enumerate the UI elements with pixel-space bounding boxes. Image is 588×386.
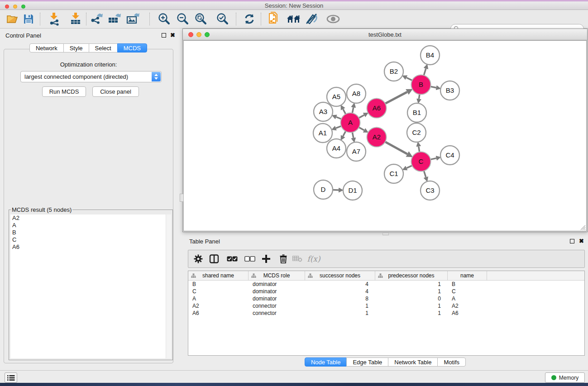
criterion-dropdown[interactable]: largest connected component (directed) xyxy=(20,71,162,82)
split-view-icon[interactable] xyxy=(210,254,219,263)
zoom-selected-icon[interactable] xyxy=(215,11,230,27)
table-cell[interactable]: A6 xyxy=(448,310,487,316)
graph-edge-C-C2[interactable] xyxy=(419,147,420,152)
graph-node-A5[interactable]: A5 xyxy=(327,87,346,106)
table-cell[interactable]: 1 xyxy=(305,310,375,316)
table-cell[interactable]: 8 xyxy=(305,295,375,302)
mcds-result-item[interactable]: C xyxy=(10,236,171,243)
refresh-icon[interactable] xyxy=(242,11,257,27)
unselect-all-columns-icon[interactable] xyxy=(244,256,255,262)
graph-node-A[interactable]: A xyxy=(341,113,360,133)
table-cell[interactable]: connector xyxy=(249,310,305,316)
graph-node-D[interactable]: D xyxy=(314,180,333,199)
table-cell[interactable]: 4 xyxy=(305,281,375,287)
hide-labels-icon[interactable] xyxy=(304,11,319,27)
table-cell[interactable]: dominator xyxy=(249,288,305,295)
tab-select[interactable]: Select xyxy=(89,43,118,52)
select-all-columns-icon[interactable] xyxy=(227,256,238,262)
table-cell[interactable]: dominator xyxy=(249,295,305,302)
zoom-in-icon[interactable] xyxy=(156,11,172,27)
table-cell[interactable]: A xyxy=(448,295,487,302)
table-cell[interactable]: connector xyxy=(249,303,305,309)
graph-node-A4[interactable]: A4 xyxy=(327,139,346,158)
network-canvas[interactable]: AA1A2A3A4A5A6A7A8BB1B2B3B4CC1C2C3C4DD1 xyxy=(183,40,587,231)
houses-icon[interactable] xyxy=(286,11,301,27)
graph-node-B3[interactable]: B3 xyxy=(440,81,459,100)
table-row[interactable]: Cdominator41C xyxy=(188,288,584,295)
table-cell[interactable]: A6 xyxy=(188,310,249,316)
table-settings-gear-icon[interactable] xyxy=(194,254,203,263)
graph-edge-A2-C[interactable] xyxy=(385,142,407,154)
tab-network-table[interactable]: Network Table xyxy=(388,357,438,367)
open-file-icon[interactable] xyxy=(5,11,20,27)
close-table-panel-icon[interactable]: ✖ xyxy=(579,238,584,243)
table-row[interactable]: A6connector11A6 xyxy=(188,310,584,317)
table-cell[interactable]: A2 xyxy=(188,303,249,309)
table-row[interactable]: A2connector11A2 xyxy=(188,302,584,310)
run-mcds-button[interactable]: Run MCDS xyxy=(42,86,86,97)
graph-edge-C-C3[interactable] xyxy=(424,171,425,177)
export-image-icon[interactable] xyxy=(125,11,140,27)
table-cell[interactable]: B xyxy=(448,281,487,287)
close-window-button[interactable] xyxy=(5,5,9,9)
graph-edge-A-A3[interactable] xyxy=(336,117,341,119)
close-panel-icon[interactable]: ✖ xyxy=(170,33,175,38)
graph-node-C1[interactable]: C1 xyxy=(384,164,403,183)
import-network-icon[interactable] xyxy=(47,11,62,27)
graph-edge-A6-B[interactable] xyxy=(385,92,407,104)
zoom-window-button[interactable] xyxy=(21,5,25,9)
float-panel-icon[interactable] xyxy=(162,33,166,38)
tab-motifs[interactable]: Motifs xyxy=(437,357,466,367)
tab-network[interactable]: Network xyxy=(29,43,64,52)
graph-edge-B-B4[interactable] xyxy=(424,69,426,76)
table-row[interactable]: Bdominator41B xyxy=(188,281,584,288)
function-builder-icon[interactable]: f(x) xyxy=(307,254,320,263)
graph-node-C[interactable]: C xyxy=(411,152,431,172)
graph-node-B1[interactable]: B1 xyxy=(407,103,426,122)
graph-edge-B-B1[interactable] xyxy=(419,94,420,99)
graph-edge-A-A5[interactable] xyxy=(343,109,346,114)
tab-edge-table[interactable]: Edge Table xyxy=(346,357,388,367)
mcds-result-item[interactable]: B xyxy=(10,229,171,236)
float-table-panel-icon[interactable] xyxy=(570,239,574,244)
table-cell[interactable]: dominator xyxy=(249,281,305,287)
graph-node-C4[interactable]: C4 xyxy=(440,146,459,165)
graph-edge-A-A7[interactable] xyxy=(352,132,354,138)
save-session-icon[interactable] xyxy=(21,11,36,27)
mcds-result-item[interactable]: A xyxy=(10,222,171,229)
graph-node-B[interactable]: B xyxy=(411,75,431,95)
graph-node-A1[interactable]: A1 xyxy=(313,124,332,143)
graph-node-A3[interactable]: A3 xyxy=(314,102,333,121)
table-cell[interactable]: A2 xyxy=(448,303,487,309)
graph-edge-A-A8[interactable] xyxy=(352,107,354,113)
column-header-predecessor-nodes[interactable]: predecessor nodes xyxy=(375,271,448,280)
zoom-fit-icon[interactable] xyxy=(193,11,208,27)
column-header-name[interactable]: name xyxy=(448,271,487,280)
graph-node-A8[interactable]: A8 xyxy=(347,84,366,103)
graph-edge-A-A1[interactable] xyxy=(336,126,341,129)
column-header-MCDS-role[interactable]: MCDS role xyxy=(249,271,305,280)
graph-edge-B-B3[interactable] xyxy=(430,86,436,88)
export-network-icon[interactable] xyxy=(89,11,104,27)
graph-node-C2[interactable]: C2 xyxy=(407,123,426,142)
table-cell[interactable]: 1 xyxy=(375,303,448,309)
graph-node-B2[interactable]: B2 xyxy=(384,62,403,81)
eye-icon[interactable] xyxy=(325,11,341,27)
import-table-icon[interactable] xyxy=(68,11,83,27)
graph-node-A2[interactable]: A2 xyxy=(367,128,387,147)
minimize-window-button[interactable] xyxy=(13,5,17,9)
column-header-shared-name[interactable]: shared name xyxy=(188,271,249,280)
table-cell[interactable]: 1 xyxy=(375,310,448,316)
add-column-icon[interactable] xyxy=(262,255,270,263)
tab-mcds[interactable]: MCDS xyxy=(117,43,147,52)
table-cell[interactable]: 1 xyxy=(305,303,375,309)
zoom-out-icon[interactable] xyxy=(175,11,190,27)
close-network-window-button[interactable] xyxy=(188,32,193,37)
column-header-successor-nodes[interactable]: successor nodes xyxy=(305,271,375,280)
graph-node-B4[interactable]: B4 xyxy=(421,46,440,65)
new-network-from-selection-icon[interactable] xyxy=(265,11,280,27)
graph-edge-B-B2[interactable] xyxy=(406,78,412,81)
panel-divider-handle[interactable] xyxy=(180,194,184,202)
graph-edge-A-A2[interactable] xyxy=(359,127,364,130)
table-cell[interactable]: C xyxy=(188,288,249,295)
